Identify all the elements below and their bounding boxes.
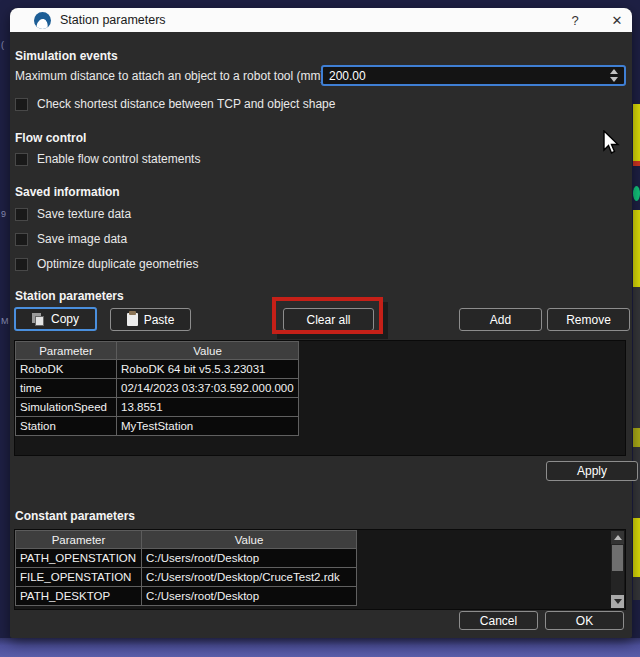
checkbox-icon[interactable] (15, 258, 28, 271)
section-title-station-parameters: Station parameters (15, 289, 124, 303)
checkbox-icon[interactable] (15, 208, 28, 221)
button-label: Add (490, 313, 511, 327)
backdrop-fragment (633, 428, 640, 447)
window-title: Station parameters (60, 13, 166, 27)
checkbox-icon[interactable] (15, 153, 28, 166)
column-header[interactable]: Parameter (16, 531, 142, 549)
backdrop-fragment (633, 287, 640, 428)
table-header-row: ParameterValue (16, 531, 357, 549)
table-cell[interactable]: 02/14/2023 03:37:03.592.000.000 (117, 379, 299, 398)
table-cell[interactable]: RoboDK 64 bit v5.5.3.23031 (117, 360, 299, 379)
table-row[interactable]: time02/14/2023 03:37:03.592.000.000 (16, 379, 299, 398)
checkbox-save-image-data[interactable]: Save image data (15, 232, 127, 246)
table-cell[interactable]: C:/Users/root/Desktop/CruceTest2.rdk (142, 568, 357, 587)
max-distance-label: Maximum distance to attach an object to … (15, 69, 324, 83)
button-label: Cancel (480, 614, 517, 628)
section-title-constant-parameters: Constant parameters (15, 509, 135, 523)
remove-button[interactable]: Remove (547, 308, 630, 331)
column-header[interactable]: Parameter (16, 342, 117, 360)
section-title-flow-control: Flow control (15, 131, 86, 145)
checkbox-icon[interactable] (15, 98, 28, 111)
desktop-bottom-strip (0, 638, 640, 657)
button-label: Copy (51, 312, 79, 326)
paste-icon (127, 313, 138, 326)
spinner-down-icon[interactable] (610, 77, 618, 82)
checkbox-save-texture-data[interactable]: Save texture data (15, 207, 131, 221)
title-bar[interactable]: Station parameters (10, 8, 632, 32)
checkbox-label: Save image data (37, 232, 127, 246)
table-cell[interactable]: Station (16, 417, 117, 436)
copy-icon (32, 313, 45, 326)
column-header[interactable]: Value (142, 531, 357, 549)
scroll-up-button[interactable] (611, 531, 624, 544)
spinner-controls[interactable] (604, 67, 624, 84)
checkbox-icon[interactable] (15, 233, 28, 246)
table-cell[interactable]: C:/Users/root/Desktop (142, 587, 357, 606)
table-header-row: ParameterValue (16, 342, 299, 360)
spinner-up-icon[interactable] (610, 69, 618, 74)
section-title-simulation-events: Simulation events (15, 49, 118, 63)
button-label: Paste (144, 313, 175, 327)
table-row[interactable]: StationMyTestStation (16, 417, 299, 436)
checkbox-label: Optimize duplicate geometries (37, 257, 198, 271)
backdrop-fragment (633, 186, 640, 201)
checkbox-enable-flow-control[interactable]: Enable flow control statements (15, 152, 200, 166)
copy-button[interactable]: Copy (14, 307, 97, 331)
checkbox-label: Enable flow control statements (37, 152, 200, 166)
table-cell[interactable]: time (16, 379, 117, 398)
backdrop-text-fragment: 9 (1, 209, 10, 219)
table-cell[interactable]: SimulationSpeed (16, 398, 117, 417)
backdrop-fragment (633, 104, 640, 161)
table-cell[interactable]: C:/Users/root/Desktop (142, 549, 357, 568)
table-cell[interactable]: PATH_OPENSTATION (16, 549, 142, 568)
station-parameters-table[interactable]: ParameterValueRoboDKRoboDK 64 bit v5.5.3… (15, 341, 299, 436)
cancel-button[interactable]: Cancel (459, 611, 538, 630)
max-distance-spinbox[interactable]: 200.00 (321, 65, 626, 86)
backdrop-fragment (633, 447, 640, 518)
station-parameters-table-area[interactable]: ParameterValueRoboDKRoboDK 64 bit v5.5.3… (14, 340, 626, 456)
checkbox-check-shortest-distance[interactable]: Check shortest distance between TCP and … (15, 97, 335, 111)
backdrop-fragment (633, 161, 640, 166)
table-cell[interactable]: 13.8551 (117, 398, 299, 417)
scroll-down-button[interactable] (611, 595, 624, 608)
table-row[interactable]: PATH_OPENSTATIONC:/Users/root/Desktop (16, 549, 357, 568)
backdrop-text-fragment: ( (1, 40, 10, 50)
table-row[interactable]: RoboDKRoboDK 64 bit v5.5.3.23031 (16, 360, 299, 379)
scroll-up-icon (614, 535, 622, 540)
checkbox-label: Check shortest distance between TCP and … (37, 97, 335, 111)
robodk-logo-icon (34, 12, 51, 29)
backdrop-fragment (633, 210, 640, 287)
apply-button[interactable]: Apply (546, 461, 638, 481)
backdrop-fragment (633, 518, 640, 577)
max-distance-value[interactable]: 200.00 (323, 69, 604, 83)
column-header[interactable]: Value (117, 342, 299, 360)
backdrop-fragment (633, 577, 640, 600)
table-cell[interactable]: RoboDK (16, 360, 117, 379)
paste-button[interactable]: Paste (110, 308, 191, 331)
checkbox-label: Save texture data (37, 207, 131, 221)
station-parameters-dialog: Station parameters ? ✕ Simulation events… (10, 8, 632, 638)
table-row[interactable]: PATH_DESKTOPC:/Users/root/Desktop (16, 587, 357, 606)
button-label: OK (576, 614, 593, 628)
constant-parameters-table-area[interactable]: ParameterValuePATH_OPENSTATIONC:/Users/r… (14, 529, 626, 610)
backdrop-text-fragment: M (1, 316, 10, 326)
vertical-scrollbar[interactable] (611, 531, 624, 608)
section-title-saved-information: Saved information (15, 185, 120, 199)
button-label: Apply (577, 464, 607, 478)
table-row[interactable]: SimulationSpeed13.8551 (16, 398, 299, 417)
red-annotation-box (272, 297, 383, 334)
close-button[interactable]: ✕ (602, 8, 632, 32)
add-button[interactable]: Add (459, 308, 542, 331)
help-button[interactable]: ? (557, 8, 593, 32)
button-label: Remove (566, 313, 611, 327)
constant-parameters-table[interactable]: ParameterValuePATH_OPENSTATIONC:/Users/r… (15, 530, 357, 606)
table-cell[interactable]: FILE_OPENSTATION (16, 568, 142, 587)
table-cell[interactable]: MyTestStation (117, 417, 299, 436)
ok-button[interactable]: OK (545, 611, 624, 630)
table-cell[interactable]: PATH_DESKTOP (16, 587, 142, 606)
scrollbar-thumb[interactable] (612, 545, 623, 571)
scroll-down-icon (614, 599, 622, 604)
checkbox-optimize-duplicate-geometries[interactable]: Optimize duplicate geometries (15, 257, 198, 271)
table-row[interactable]: FILE_OPENSTATIONC:/Users/root/Desktop/Cr… (16, 568, 357, 587)
